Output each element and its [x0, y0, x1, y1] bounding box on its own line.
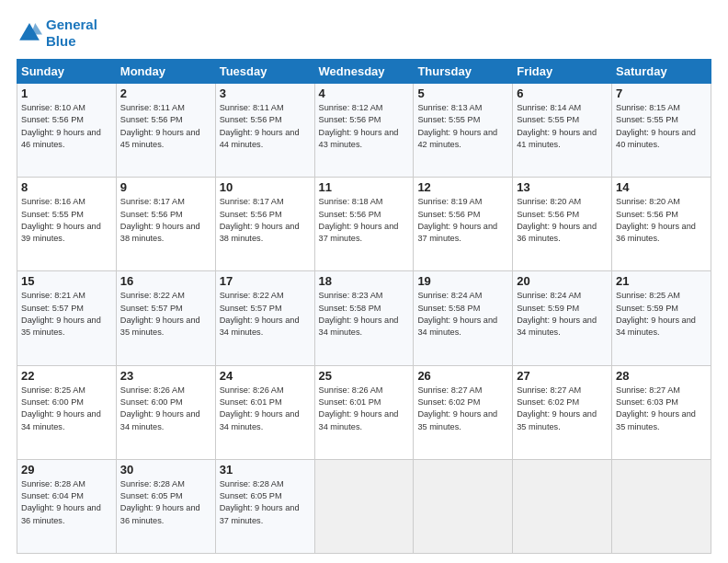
cell-content: Sunrise: 8:15 AM Sunset: 5:55 PM Dayligh… — [616, 102, 707, 151]
day-number: 19 — [417, 274, 508, 288]
cell-content: Sunrise: 8:27 AM Sunset: 6:02 PM Dayligh… — [417, 385, 508, 433]
calendar-cell: 21 Sunrise: 8:25 AM Sunset: 5:59 PM Dayl… — [612, 271, 711, 365]
calendar-cell: 12 Sunrise: 8:19 AM Sunset: 5:56 PM Dayl… — [414, 178, 513, 271]
calendar-cell — [612, 459, 711, 553]
calendar-cell: 9 Sunrise: 8:17 AM Sunset: 5:56 PM Dayli… — [116, 178, 215, 271]
cell-content: Sunrise: 8:27 AM Sunset: 6:03 PM Dayligh… — [616, 385, 707, 433]
week-row-3: 15 Sunrise: 8:21 AM Sunset: 5:57 PM Dayl… — [17, 271, 711, 365]
cell-content: Sunrise: 8:14 AM Sunset: 5:55 PM Dayligh… — [517, 102, 608, 151]
calendar-cell: 18 Sunrise: 8:23 AM Sunset: 5:58 PM Dayl… — [314, 271, 414, 365]
calendar-cell: 19 Sunrise: 8:24 AM Sunset: 5:58 PM Dayl… — [414, 271, 513, 365]
calendar-cell: 28 Sunrise: 8:27 AM Sunset: 6:03 PM Dayl… — [612, 365, 711, 459]
cell-content: Sunrise: 8:11 AM Sunset: 5:56 PM Dayligh… — [120, 102, 211, 151]
calendar-cell: 13 Sunrise: 8:20 AM Sunset: 5:56 PM Dayl… — [513, 178, 612, 271]
day-number: 25 — [319, 369, 410, 383]
day-number: 22 — [21, 369, 112, 383]
day-number: 8 — [21, 180, 112, 194]
calendar-cell — [414, 459, 513, 553]
calendar-cell: 7 Sunrise: 8:15 AM Sunset: 5:55 PM Dayli… — [612, 84, 711, 178]
day-number: 12 — [417, 180, 508, 194]
day-number: 29 — [21, 463, 112, 477]
day-number: 26 — [417, 369, 508, 383]
cell-content: Sunrise: 8:22 AM Sunset: 5:57 PM Dayligh… — [120, 290, 211, 339]
logo-icon — [17, 20, 42, 46]
calendar-cell: 8 Sunrise: 8:16 AM Sunset: 5:55 PM Dayli… — [17, 178, 117, 271]
cell-content: Sunrise: 8:27 AM Sunset: 6:02 PM Dayligh… — [517, 385, 608, 433]
day-header-wednesday: Wednesday — [314, 60, 414, 84]
day-number: 30 — [120, 463, 211, 477]
cell-content: Sunrise: 8:10 AM Sunset: 5:56 PM Dayligh… — [21, 102, 112, 151]
cell-content: Sunrise: 8:20 AM Sunset: 5:56 PM Dayligh… — [517, 196, 608, 245]
day-number: 18 — [319, 274, 410, 288]
calendar-cell — [513, 459, 612, 553]
cell-content: Sunrise: 8:23 AM Sunset: 5:58 PM Dayligh… — [319, 290, 410, 339]
calendar-cell: 23 Sunrise: 8:26 AM Sunset: 6:00 PM Dayl… — [116, 365, 215, 459]
calendar-cell: 27 Sunrise: 8:27 AM Sunset: 6:02 PM Dayl… — [513, 365, 612, 459]
day-header-monday: Monday — [116, 60, 215, 84]
day-number: 3 — [220, 86, 311, 100]
day-number: 21 — [616, 274, 707, 288]
day-header-saturday: Saturday — [612, 60, 711, 84]
calendar-cell: 5 Sunrise: 8:13 AM Sunset: 5:55 PM Dayli… — [414, 84, 513, 178]
calendar-cell: 30 Sunrise: 8:28 AM Sunset: 6:05 PM Dayl… — [116, 459, 215, 553]
cell-content: Sunrise: 8:16 AM Sunset: 5:55 PM Dayligh… — [21, 196, 112, 245]
day-header-sunday: Sunday — [17, 60, 117, 84]
cell-content: Sunrise: 8:17 AM Sunset: 5:56 PM Dayligh… — [220, 196, 311, 245]
cell-content: Sunrise: 8:20 AM Sunset: 5:56 PM Dayligh… — [616, 196, 707, 245]
day-number: 2 — [120, 86, 211, 100]
calendar-cell: 25 Sunrise: 8:26 AM Sunset: 6:01 PM Dayl… — [314, 365, 414, 459]
calendar-table: SundayMondayTuesdayWednesdayThursdayFrid… — [17, 59, 711, 554]
cell-content: Sunrise: 8:26 AM Sunset: 6:01 PM Dayligh… — [220, 385, 311, 433]
calendar-cell: 4 Sunrise: 8:12 AM Sunset: 5:56 PM Dayli… — [314, 84, 414, 178]
day-number: 1 — [21, 86, 112, 100]
day-number: 14 — [616, 180, 707, 194]
calendar-cell: 10 Sunrise: 8:17 AM Sunset: 5:56 PM Dayl… — [215, 178, 314, 271]
calendar-cell: 24 Sunrise: 8:26 AM Sunset: 6:01 PM Dayl… — [215, 365, 314, 459]
cell-content: Sunrise: 8:24 AM Sunset: 5:59 PM Dayligh… — [517, 290, 608, 339]
cell-content: Sunrise: 8:18 AM Sunset: 5:56 PM Dayligh… — [319, 196, 410, 245]
cell-content: Sunrise: 8:28 AM Sunset: 6:05 PM Dayligh… — [120, 478, 211, 527]
day-number: 24 — [220, 369, 311, 383]
cell-content: Sunrise: 8:13 AM Sunset: 5:55 PM Dayligh… — [417, 102, 508, 151]
day-number: 15 — [21, 274, 112, 288]
day-header-friday: Friday — [513, 60, 612, 84]
calendar-cell: 31 Sunrise: 8:28 AM Sunset: 6:05 PM Dayl… — [215, 459, 314, 553]
cell-content: Sunrise: 8:17 AM Sunset: 5:56 PM Dayligh… — [120, 196, 211, 245]
day-number: 6 — [517, 86, 608, 100]
week-row-4: 22 Sunrise: 8:25 AM Sunset: 6:00 PM Dayl… — [17, 365, 711, 459]
cell-content: Sunrise: 8:11 AM Sunset: 5:56 PM Dayligh… — [220, 102, 311, 151]
day-number: 28 — [616, 369, 707, 383]
logo: General Blue — [17, 17, 97, 50]
page: General Blue SundayMondayTuesdayWednesda… — [0, 0, 728, 563]
day-number: 23 — [120, 369, 211, 383]
week-row-2: 8 Sunrise: 8:16 AM Sunset: 5:55 PM Dayli… — [17, 178, 711, 271]
cell-content: Sunrise: 8:19 AM Sunset: 5:56 PM Dayligh… — [417, 196, 508, 245]
cell-content: Sunrise: 8:21 AM Sunset: 5:57 PM Dayligh… — [21, 290, 112, 339]
cell-content: Sunrise: 8:26 AM Sunset: 6:01 PM Dayligh… — [319, 385, 410, 433]
calendar-cell: 2 Sunrise: 8:11 AM Sunset: 5:56 PM Dayli… — [116, 84, 215, 178]
calendar-header-row: SundayMondayTuesdayWednesdayThursdayFrid… — [17, 60, 711, 84]
cell-content: Sunrise: 8:28 AM Sunset: 6:05 PM Dayligh… — [220, 478, 311, 527]
calendar-cell: 14 Sunrise: 8:20 AM Sunset: 5:56 PM Dayl… — [612, 178, 711, 271]
calendar-body: 1 Sunrise: 8:10 AM Sunset: 5:56 PM Dayli… — [17, 84, 711, 554]
day-number: 4 — [319, 86, 410, 100]
calendar-cell: 16 Sunrise: 8:22 AM Sunset: 5:57 PM Dayl… — [116, 271, 215, 365]
day-header-thursday: Thursday — [414, 60, 513, 84]
calendar-cell — [314, 459, 414, 553]
calendar-cell: 6 Sunrise: 8:14 AM Sunset: 5:55 PM Dayli… — [513, 84, 612, 178]
calendar-cell: 22 Sunrise: 8:25 AM Sunset: 6:00 PM Dayl… — [17, 365, 117, 459]
calendar-cell: 15 Sunrise: 8:21 AM Sunset: 5:57 PM Dayl… — [17, 271, 117, 365]
day-number: 17 — [220, 274, 311, 288]
week-row-1: 1 Sunrise: 8:10 AM Sunset: 5:56 PM Dayli… — [17, 84, 711, 178]
calendar-cell: 17 Sunrise: 8:22 AM Sunset: 5:57 PM Dayl… — [215, 271, 314, 365]
day-number: 9 — [120, 180, 211, 194]
calendar-cell: 29 Sunrise: 8:28 AM Sunset: 6:04 PM Dayl… — [17, 459, 117, 553]
day-number: 31 — [220, 463, 311, 477]
logo-text: General Blue — [46, 17, 97, 50]
cell-content: Sunrise: 8:26 AM Sunset: 6:00 PM Dayligh… — [120, 385, 211, 433]
header: General Blue — [17, 17, 711, 50]
day-number: 16 — [120, 274, 211, 288]
day-number: 5 — [417, 86, 508, 100]
cell-content: Sunrise: 8:25 AM Sunset: 6:00 PM Dayligh… — [21, 385, 112, 433]
calendar-cell: 11 Sunrise: 8:18 AM Sunset: 5:56 PM Dayl… — [314, 178, 414, 271]
